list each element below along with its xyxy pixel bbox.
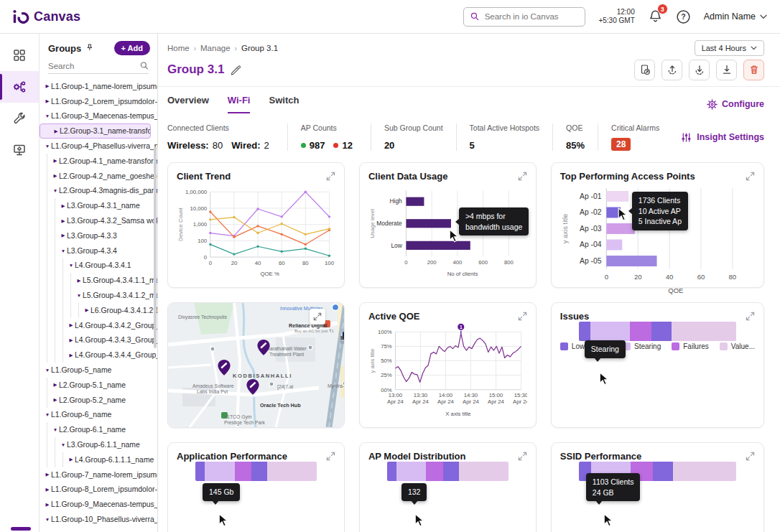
chevron-collapsed-icon[interactable]: ▶ <box>52 382 59 388</box>
search-input[interactable] <box>485 12 579 21</box>
breadcrumb-manage[interactable]: Manage <box>200 44 231 52</box>
tree-item-l4-group-4-3-4-2-group-name[interactable]: ▶L4.Group-4.3.4.2_Group_name <box>40 318 157 333</box>
chevron-collapsed-icon[interactable]: ▶ <box>60 233 67 238</box>
tree-item-l4-group-6-1-1-1-name[interactable]: ▶L4.Group-6.1.1.1_name <box>40 452 157 467</box>
tree-item-l3-group-6-1-1-name[interactable]: ▼L3.Group-6.1.1_name <box>40 437 157 452</box>
tree-item-l6-group-4-3-4-1-2-1-lorem[interactable]: ▶L6.Group-4.3.4.1.2.1_Lorem-... <box>40 303 157 318</box>
chevron-expanded-icon[interactable]: ▼ <box>44 113 51 118</box>
tab-overview[interactable]: Overview <box>167 95 209 113</box>
chevron-collapsed-icon[interactable]: ▶ <box>52 129 60 134</box>
tree-item-l1-group-6-name[interactable]: ▼L1.Group-6_name <box>40 408 157 423</box>
tab-wi-fi[interactable]: Wi-Fi <box>228 95 251 113</box>
chevron-collapsed-icon[interactable]: ▶ <box>68 337 75 343</box>
segment-stearing[interactable] <box>590 322 630 341</box>
tree-item-l5-group-4-3-4-1-2-magnis-di[interactable]: ▼L5.Group-4.3.4.1.2_magnis di... <box>40 288 157 303</box>
chevron-expanded-icon[interactable]: ▼ <box>44 412 51 417</box>
user-menu[interactable]: Admin Name <box>704 11 767 22</box>
chevron-expanded-icon[interactable]: ▼ <box>44 368 51 373</box>
segment-seg-4[interactable] <box>251 462 267 481</box>
tree-item-l2-group-6-1-name[interactable]: ▼L2.Group-6.1_name <box>40 422 157 437</box>
notifications-button[interactable]: 3 <box>648 9 663 24</box>
groups-search-input[interactable] <box>48 62 140 70</box>
segment-seg-5[interactable] <box>267 462 317 481</box>
tree-item-l1-group-8-lorem-ipsumdolor-sita[interactable]: ▶L1.Group-8_Lorem_ipsumdolor-sita <box>40 482 157 498</box>
chevron-expanded-icon[interactable]: ▼ <box>44 144 51 149</box>
chevron-collapsed-icon[interactable]: ▶ <box>44 98 51 104</box>
tree-item-l2-group-3-1-name-transformed[interactable]: ▶L2.Group-3.1_name-transformed <box>40 123 151 139</box>
tree-item-l4-group-4-3-4-4-group-name[interactable]: ▶L4.Group-4.3.4.4_Group_name <box>40 347 157 363</box>
rail-item-monitoring[interactable] <box>0 134 39 166</box>
rail-item-groups[interactable] <box>0 71 39 103</box>
tree-item-l3-group-4-3-1-name[interactable]: ▶L3.Group-4.3.1_name <box>40 198 157 213</box>
segment-seg-5[interactable] <box>673 462 736 481</box>
map-pin-2[interactable] <box>216 359 232 377</box>
expand-icon[interactable] <box>326 452 335 461</box>
tree-item-l1-group-10-phasellus-viverra-nulla[interactable]: ▼L1.Group-10_Phasellus-viverra_nulla <box>40 512 157 527</box>
delete-button[interactable] <box>743 60 764 80</box>
rail-item-dashboard[interactable] <box>0 39 39 71</box>
card-location-map[interactable]: Divyasree TechnopolisInnovative Multiple… <box>167 302 345 428</box>
chevron-collapsed-icon[interactable]: ▶ <box>44 502 51 508</box>
bar-high[interactable] <box>406 197 424 206</box>
download-button[interactable] <box>716 60 737 80</box>
bar-ap-04[interactable] <box>606 240 622 251</box>
chevron-collapsed-icon[interactable]: ▶ <box>44 472 51 477</box>
pin-icon[interactable] <box>85 43 94 53</box>
chevron-expanded-icon[interactable]: ▼ <box>52 188 59 193</box>
chevron-expanded-icon[interactable]: ▼ <box>60 442 67 447</box>
chevron-expanded-icon[interactable]: ▼ <box>44 517 51 522</box>
map-pin-3[interactable] <box>245 378 261 396</box>
segment-seg-4[interactable] <box>653 462 673 481</box>
segment-seg-2[interactable] <box>205 462 235 481</box>
expand-icon[interactable] <box>746 172 755 181</box>
tree-item-l3-group-4-3-2-samsa-woke-fro[interactable]: ▶L3.Group-4.3.2_Samsa woke fro... <box>40 213 157 228</box>
expand-icon[interactable] <box>518 452 527 461</box>
chevron-collapsed-icon[interactable]: ▶ <box>60 218 67 224</box>
breadcrumb-home[interactable]: Home <box>167 44 190 52</box>
tree-item-l1-group-3-maecenas-tempus-tell[interactable]: ▼L1.Group-3_Maecenas-tempus_tell... <box>40 109 157 124</box>
edit-pencil-icon[interactable] <box>230 64 241 75</box>
export-report-button[interactable] <box>634 60 655 80</box>
segment-value[interactable] <box>672 322 736 341</box>
segment-low-latency[interactable] <box>579 322 590 341</box>
bar-ap-01[interactable] <box>606 191 628 202</box>
segment-seg-3[interactable] <box>235 462 251 481</box>
rail-scroll-indicator[interactable] <box>11 527 31 531</box>
bar-ap-03[interactable] <box>606 223 634 234</box>
tree-item-l1-group-4-phasellus-viverra-nulla[interactable]: ▼L1.Group-4_Phasellus-viverra_nulla <box>40 139 157 154</box>
expand-icon[interactable] <box>326 172 335 181</box>
chevron-collapsed-icon[interactable]: ▶ <box>52 158 59 164</box>
time-range-select[interactable]: Last 4 Hours <box>695 40 764 56</box>
bar-low[interactable] <box>406 241 470 250</box>
chevron-collapsed-icon[interactable]: ▶ <box>68 322 75 328</box>
sidebar-scrollbar[interactable] <box>154 147 157 348</box>
configure-button[interactable]: Configure <box>707 99 764 110</box>
chevron-expanded-icon[interactable]: ▼ <box>52 427 59 432</box>
chevron-collapsed-icon[interactable]: ▶ <box>44 487 51 493</box>
tree-item-l2-group-5-1-name[interactable]: ▶L2.Group-5.1_name <box>40 378 157 393</box>
chevron-collapsed-icon[interactable]: ▶ <box>68 457 75 462</box>
tab-switch[interactable]: Switch <box>269 95 299 113</box>
segment-seg-4[interactable] <box>443 462 459 481</box>
tree-item-l5-group-4-3-4-1-1-magnis-di[interactable]: ▶L5.Group-4.3.4.1.1_magnis di... <box>40 273 157 288</box>
tree-item-l4-group-4-3-4-1[interactable]: ▼L4.Group-4.3.4.1 <box>40 258 157 274</box>
import-button[interactable] <box>689 60 710 80</box>
bar-moderate[interactable] <box>406 219 451 228</box>
chevron-collapsed-icon[interactable]: ▶ <box>60 203 67 209</box>
segment-seg-3[interactable] <box>426 462 443 481</box>
groups-search[interactable] <box>48 61 149 74</box>
segment-seg-2[interactable] <box>396 462 426 481</box>
tree-item-l3-group-4-3-3[interactable]: ▶L3.Group-4.3.3 <box>40 228 157 243</box>
segment-seg-1[interactable] <box>387 462 397 481</box>
expand-icon[interactable] <box>746 452 755 461</box>
tree-item-l4-group-4-3-4-3-group-name[interactable]: ▶L4.Group-4.3.4.3_Group_name <box>40 333 157 348</box>
add-group-button[interactable]: + Add <box>114 41 150 55</box>
tree-item-l2-group-5-2-name[interactable]: ▶L2.Group-5.2_name <box>40 393 157 408</box>
tree-item-l2-group-4-2-name-goeshere[interactable]: ▶L2.Group-4.2_name_goeshere <box>40 169 157 184</box>
segment-low-latency[interactable] <box>651 322 672 341</box>
bar-ap-05[interactable] <box>606 256 656 266</box>
help-icon[interactable]: ? <box>676 9 691 24</box>
upload-button[interactable] <box>661 60 682 80</box>
global-search[interactable] <box>463 7 585 27</box>
chevron-collapsed-icon[interactable]: ▶ <box>68 353 75 358</box>
